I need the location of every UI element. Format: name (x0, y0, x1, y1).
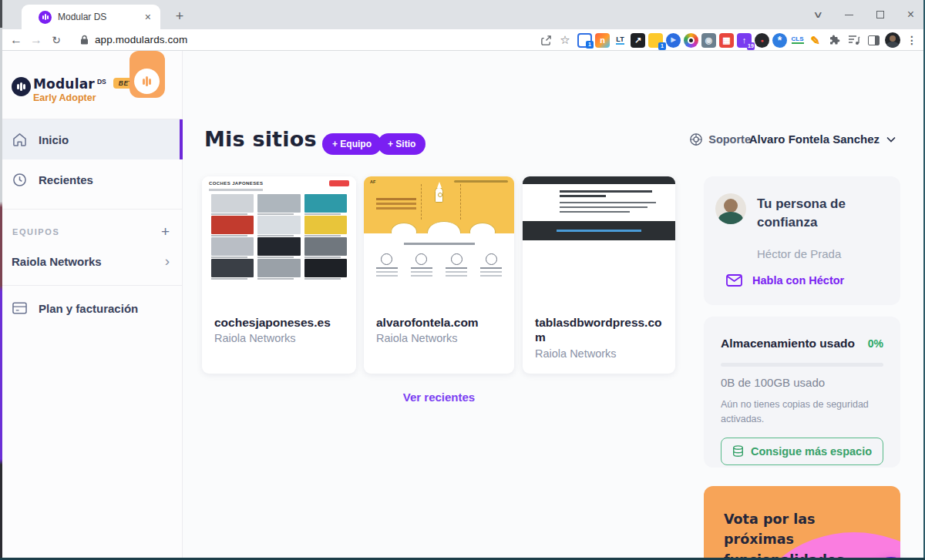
decoration (421, 184, 422, 220)
browser-toolbar: ← → ↻ app.modulards.com ☆ 1nLT↗1▶◉▦↑19●*… (0, 29, 925, 51)
tab-close-icon[interactable]: × (143, 11, 153, 23)
extension-icons: 1nLT↗1▶◉▦↑19●*CLS✎ (576, 33, 824, 48)
forward-button[interactable]: → (26, 33, 46, 47)
beacon-widget[interactable] (130, 51, 165, 98)
site-domain: alvarofontela.com (376, 315, 502, 330)
thumb-red-button (329, 180, 349, 186)
user-menu[interactable]: Alvaro Fontela Sanchez (749, 132, 896, 146)
site-card-alvarofontela[interactable]: AF alvarof (364, 176, 514, 374)
thumb-feature-columns (373, 253, 505, 277)
ext-upgrade-icon[interactable]: ↑19 (737, 33, 752, 48)
brand-name: Modular (33, 76, 95, 92)
close-window-button[interactable]: × (907, 8, 914, 22)
site-thumb-image (304, 194, 347, 213)
hector-avatar (715, 193, 746, 224)
placeholder-heading (404, 243, 475, 245)
add-site-button[interactable]: + Sitio (378, 133, 426, 155)
thumb-hero: AF (364, 176, 514, 233)
get-more-space-button[interactable]: Consigue más espacio (721, 438, 883, 465)
ext-player-icon[interactable]: ▶ (666, 33, 681, 48)
ext-camera-ring-icon[interactable] (684, 33, 698, 48)
ext-notion-icon[interactable]: n (595, 33, 610, 48)
chevron-down-icon (886, 136, 896, 143)
placeholder-text-line (209, 189, 263, 191)
placeholder-paragraph (560, 190, 660, 216)
storage-card: Almacenamiento usado 0% 0B de 100GB usad… (704, 317, 900, 468)
minimize-button[interactable] (845, 15, 853, 15)
browser-menu-icon[interactable]: ⋮ (903, 32, 920, 49)
lifebuoy-icon (689, 132, 703, 146)
site-thumb-image (211, 216, 254, 234)
rocket-illustration (435, 187, 443, 203)
talk-to-hector-link[interactable]: Habla con Héctor (726, 274, 844, 287)
ext-languagetool-icon[interactable]: LT (613, 33, 627, 48)
ext-cls-icon[interactable]: CLS (790, 33, 805, 48)
app-content: Modular DS BETA Early Adopter Inicio Rec… (0, 51, 925, 560)
placeholder-nav (454, 180, 508, 183)
page-title: Mis sitios (204, 127, 317, 151)
sidebar-item-recientes[interactable]: Recientes (0, 159, 182, 200)
add-team-icon[interactable]: + (161, 226, 170, 237)
chevron-right-icon: › (165, 253, 170, 270)
media-controls-icon[interactable] (846, 32, 863, 49)
ext-wheel-icon[interactable]: * (772, 33, 787, 48)
support-button[interactable]: Soporte (689, 132, 751, 146)
share-icon[interactable] (537, 32, 554, 49)
site-thumb-image (211, 237, 254, 256)
tab-search-chevron-icon[interactable]: ∨ (812, 9, 823, 20)
ext-fullscreen-icon[interactable]: ↗ (631, 33, 645, 48)
billing-card-icon (12, 302, 27, 314)
cloud-illustration (391, 223, 417, 233)
reload-button[interactable]: ↻ (46, 34, 66, 46)
site-card-cochesjaponeses[interactable]: COCHES JAPONESES cochesjaponeses.es Raio… (202, 176, 356, 374)
side-panel-icon[interactable] (865, 32, 882, 49)
address-bar[interactable]: app.modulards.com (95, 34, 187, 45)
bookmark-star-icon[interactable]: ☆ (557, 32, 574, 49)
add-team-button[interactable]: + Equipo (322, 133, 382, 155)
site-team: Raiola Networks (376, 332, 502, 344)
sidebar-item-inicio[interactable]: Inicio (0, 119, 182, 159)
view-recents-link[interactable]: Ver recientes (364, 391, 514, 404)
active-indicator (180, 119, 183, 159)
vote-card: Vota por las próximas funcionalidades Tú… (704, 486, 900, 560)
site-thumb-image (304, 237, 347, 256)
ext-password-manager-icon[interactable]: 1 (577, 33, 592, 48)
user-name: Alvaro Fontela Sanchez (749, 132, 880, 146)
maximize-button[interactable] (876, 11, 884, 18)
sidebar-item-team[interactable]: Raiola Networks › (0, 242, 182, 285)
site-thumbnail (523, 176, 675, 305)
back-button[interactable]: ← (6, 33, 26, 47)
site-team: Raiola Networks (535, 347, 663, 360)
support-label: Soporte (708, 133, 751, 146)
sidebar-item-label: Inicio (39, 133, 69, 146)
placeholder-logo: AF (370, 179, 375, 184)
site-thumb-image (257, 237, 300, 256)
site-domain: cochesjaponeses.es (214, 315, 344, 330)
database-icon (732, 445, 744, 458)
site-card-tablasdb[interactable]: tablasdbwordpress.com Raiola Networks (523, 176, 675, 374)
teams-section-header: EQUIPOS + (0, 210, 182, 242)
ext-dark-ball-icon[interactable]: ● (755, 33, 769, 48)
extensions-puzzle-icon[interactable] (826, 32, 843, 49)
site-domain: tablasdbwordpress.com (535, 315, 663, 345)
browser-tab[interactable]: Modular DS × (22, 5, 160, 29)
talk-to-hector-label: Habla con Héctor (752, 274, 844, 287)
ext-red-grid-icon[interactable]: ▦ (719, 33, 734, 48)
sidebar-item-billing[interactable]: Plan y facturación (0, 286, 182, 330)
persona-title: Tu persona de confianza (757, 195, 884, 232)
persona-card: Tu persona de confianza Héctor de Prada … (704, 176, 900, 305)
site-thumbnail: COCHES JAPONESES (202, 176, 356, 305)
site-thumb-image (304, 259, 347, 277)
profile-avatar[interactable] (884, 32, 901, 49)
brand-block: Modular DS BETA Early Adopter (0, 51, 182, 119)
ext-notes-icon[interactable]: 1 (648, 33, 663, 48)
desktop-edge (0, 0, 2, 560)
sidebar-item-label: Recientes (39, 173, 93, 186)
placeholder-text-line (376, 198, 416, 200)
new-tab-button[interactable]: + (170, 6, 190, 26)
storage-progress-bar (721, 363, 883, 367)
ext-blue-e-icon[interactable]: ◉ (701, 33, 716, 48)
site-team: Raiola Networks (214, 332, 344, 344)
ext-pencil-icon[interactable]: ✎ (808, 33, 822, 48)
toolbar-right-cluster: ☆ 1nLT↗1▶◉▦↑19●*CLS✎ ⋮ (537, 29, 920, 51)
